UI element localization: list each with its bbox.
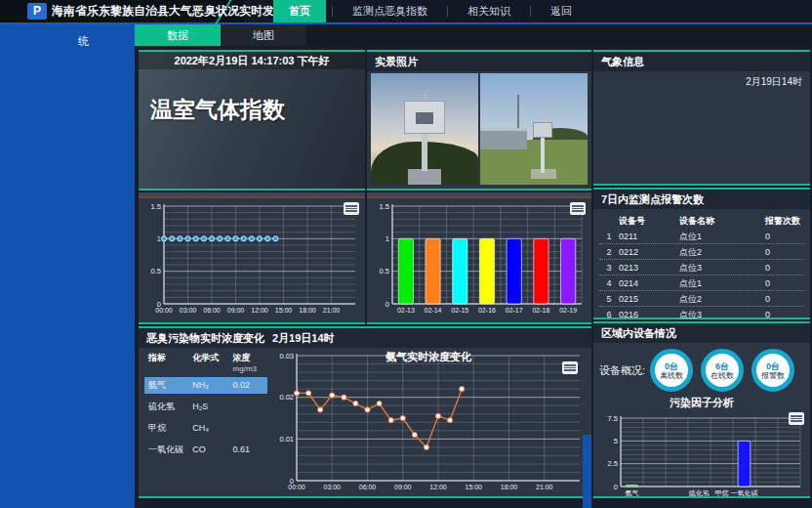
svg-text:1.5: 1.5: [151, 202, 161, 211]
svg-text:03:00: 03:00: [323, 484, 341, 490]
greenhouse-bar-chart-panel: 00.511.502-1302-1402-1502-1602-1702-1802…: [367, 192, 591, 324]
alarm-table-body: 10211点位1020212点位2030213点位3040214点位105021…: [599, 229, 804, 322]
photo1-pole: [422, 130, 427, 171]
site-photos-panel: 实景照片: [367, 50, 591, 190]
device-status-header: 区域内设备情况: [593, 323, 810, 343]
svg-text:18:00: 18:00: [501, 484, 518, 490]
site-photo-1: [371, 73, 478, 185]
photo2-monitor-box: [533, 122, 552, 138]
svg-text:氨气: 氨气: [626, 489, 639, 496]
svg-text:7.5: 7.5: [608, 414, 618, 423]
svg-text:5: 5: [614, 437, 618, 445]
chart-menu-icon[interactable]: [570, 202, 586, 215]
svg-text:1: 1: [157, 234, 161, 243]
weather-info-header: 气象信息: [593, 52, 810, 71]
svg-text:03:00: 03:00: [180, 307, 197, 314]
nav-item-odor-index[interactable]: 监测点恶臭指数: [339, 0, 441, 22]
nav-item-back[interactable]: 返回: [537, 0, 586, 22]
alarm-table: 设备号 设备名称 报警次数 10211点位1020212点位2030213点位3…: [593, 209, 810, 326]
odor-table-body: 氨气NH₃0.02硫化氢H₂S甲烷CH₄一氧化碳CO0.61: [144, 377, 267, 458]
weather-info-panel: 气象信息 2月19日14时: [593, 50, 810, 186]
app-title: 海南省乐东黎族自治县大气恶臭状况实时发布系: [52, 0, 298, 22]
odor-table-row[interactable]: 硫化氢H₂S: [144, 399, 267, 415]
alarm-count-panel: 7日内监测点报警次数 设备号 设备名称 报警次数 10211点位1020212点…: [593, 188, 810, 319]
odor-panel-time: 2月19日14时: [272, 328, 335, 348]
tab-data[interactable]: 数据: [135, 24, 221, 46]
online-label: 在线数: [710, 371, 734, 380]
svg-text:1: 1: [386, 234, 389, 243]
nav-item-knowledge[interactable]: 相关知识: [454, 0, 524, 22]
svg-text:15:00: 15:00: [465, 484, 482, 490]
odor-table-row[interactable]: 甲烷CH₄: [144, 420, 267, 437]
svg-text:15:00: 15:00: [275, 307, 293, 314]
svg-text:0.5: 0.5: [151, 267, 161, 275]
main-navigation: 首页 监测点恶臭指数 相关知识 返回: [273, 0, 586, 22]
content-area: 2022年2月19日 14:17:03 下午好 温室气体指数 实景照片: [135, 46, 812, 508]
view-tabs: 数据 地图: [135, 24, 812, 46]
chart-menu-icon[interactable]: [344, 202, 359, 215]
svg-text:0: 0: [386, 300, 389, 309]
photo1-base: [408, 169, 441, 185]
chart-menu-icon[interactable]: [789, 412, 804, 425]
offline-count-badge: 0台 离线数: [650, 349, 693, 392]
photos-row: [367, 71, 591, 187]
photo2-wall: [480, 128, 527, 149]
odor-pollutants-panel: 恶臭污染物实时浓度变化 2月19日14时 指标 化学式 浓度 mg/m3 氨气N…: [139, 326, 591, 498]
svg-text:02-18: 02-18: [532, 307, 549, 314]
pollution-factor-bar-chart: 02.557.5氨气硫化氢甲烷一氧化碳: [595, 410, 806, 500]
photo2-lamp-pole: [517, 95, 519, 128]
nav-item-home[interactable]: 首页: [273, 0, 326, 22]
photo1-antenna: [423, 93, 426, 101]
table-row: 50215点位20: [599, 291, 804, 307]
odor-col-unit: mg/m3: [233, 364, 267, 373]
svg-text:09:00: 09:00: [394, 484, 412, 490]
alarm-count-title: 7日内监测点报警次数: [601, 190, 704, 209]
device-overview-label: 设备概况:: [599, 363, 650, 378]
alarm-col-device-id: 设备号: [619, 213, 679, 229]
device-stat-circles: 0台 离线数 6台 在线数 0台 报警数: [650, 349, 794, 392]
sidebar-label: 统: [78, 34, 89, 49]
nh3-concentration-line-chart: 00.010.020.0300:0003:0006:0009:0012:0015…: [271, 348, 586, 494]
nav-separator: [332, 6, 333, 17]
site-photo-2: [480, 73, 588, 185]
alarm-count-badge: 0台 报警数: [751, 349, 794, 392]
svg-text:18:00: 18:00: [299, 307, 316, 314]
svg-text:02-17: 02-17: [506, 307, 523, 314]
odor-panel-title: 恶臭污染物实时浓度变化: [146, 328, 264, 348]
nh3-chart-title: 氨气实时浓度变化: [271, 350, 586, 364]
svg-text:0: 0: [614, 483, 618, 491]
alarm-count: 0台: [766, 361, 780, 371]
svg-text:甲烷: 甲烷: [715, 489, 729, 497]
table-row: 30213点位30: [599, 260, 804, 275]
svg-text:0.5: 0.5: [380, 267, 389, 275]
weather-time: 2月19日14时: [593, 71, 810, 89]
svg-text:06:00: 06:00: [359, 484, 377, 490]
svg-text:00:00: 00:00: [288, 484, 305, 490]
device-status-title: 区域内设备情况: [601, 323, 676, 343]
table-row: 20212点位20: [599, 244, 804, 260]
online-count: 6台: [715, 361, 729, 371]
online-count-badge: 6台 在线数: [701, 349, 744, 392]
photo1-monitor-screen: [416, 112, 433, 124]
svg-text:02-13: 02-13: [397, 307, 415, 314]
alarm-col-device-name: 设备名称: [679, 213, 765, 229]
photo2-pole: [541, 136, 545, 173]
offline-count: 0台: [665, 361, 678, 371]
nav-separator: [447, 6, 448, 17]
current-datetime: 2022年2月19日 14:17:03 下午好: [139, 52, 365, 69]
odor-col-indicator: 指标: [144, 352, 192, 373]
app-logo-icon: P: [27, 3, 47, 20]
alarm-count-header: 7日内监测点报警次数: [593, 190, 810, 209]
odor-col-formula: 化学式: [192, 352, 232, 373]
chart-menu-icon[interactable]: [562, 361, 578, 374]
nav-separator: [530, 6, 531, 17]
tab-map[interactable]: 地图: [221, 24, 306, 46]
table-row: 10211点位10: [599, 229, 804, 244]
svg-text:06:00: 06:00: [203, 307, 221, 314]
scrollbar-thumb[interactable]: [583, 435, 591, 508]
odor-table-row[interactable]: 一氧化碳CO0.61: [144, 442, 267, 458]
svg-text:0.02: 0.02: [279, 393, 294, 402]
svg-text:12:00: 12:00: [429, 484, 447, 490]
device-status-panel: 区域内设备情况 设备概况: 0台 离线数 6台 在线数 0台 报警数: [593, 321, 810, 498]
odor-table-row[interactable]: 氨气NH₃0.02: [144, 377, 267, 394]
